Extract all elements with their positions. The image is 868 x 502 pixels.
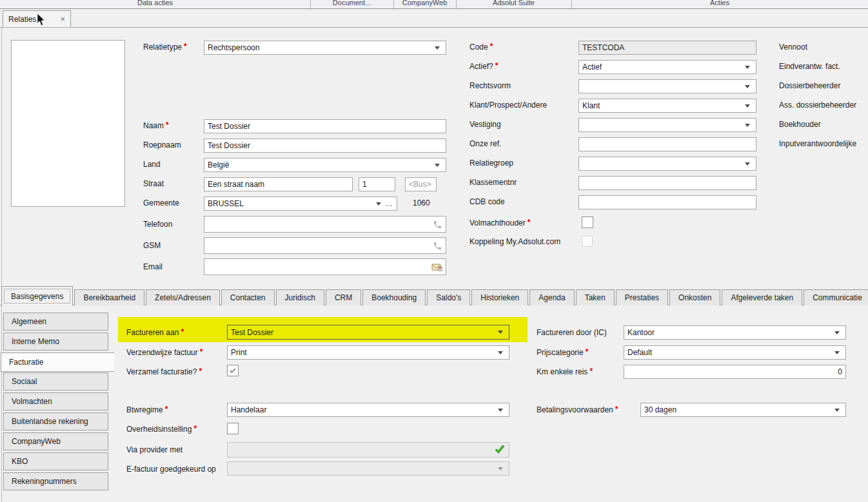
huisnummer-value: 1 (362, 180, 391, 189)
tab-afgeleverde-taken[interactable]: Afgeleverde taken (722, 289, 802, 305)
relatietype-value: Rechtspersoon (208, 43, 432, 52)
relaties-window: Data acties Document... CompanyWeb Adsol… (0, 0, 868, 502)
prijscategorie-combobox[interactable]: Default (624, 345, 846, 360)
email-input[interactable] (204, 258, 446, 275)
ribbon-separator (393, 0, 394, 8)
verzamel-facturatie-checkbox[interactable] (227, 365, 239, 376)
cdb-code-input[interactable] (578, 195, 756, 209)
code-field: TESTCODA (578, 41, 756, 55)
chevron-down-icon (742, 157, 753, 170)
tab-label: Juridisch (285, 293, 315, 302)
overheidsinstelling-checkbox[interactable] (227, 423, 239, 434)
ribbon-group-document[interactable]: Document... (310, 0, 393, 7)
km-enkele-reis-input[interactable]: 0 (624, 365, 846, 379)
sidetab-kbo[interactable]: KBO (3, 452, 108, 470)
e-factuur-label: E-factuur goedgekeurd op (126, 465, 216, 474)
tab-historieken[interactable]: Historieken (471, 289, 528, 305)
sidetab-buitenlandse-rekening[interactable]: Buitenlandse rekening (3, 412, 108, 430)
sidetab-companyweb[interactable]: CompanyWeb (3, 432, 108, 450)
tab-juridisch[interactable]: Juridisch (276, 289, 324, 305)
sidetab-sociaal[interactable]: Sociaal (3, 372, 108, 391)
btwregime-value: Handelaar (231, 405, 495, 414)
tab-label: Taken (585, 293, 606, 302)
ass-dossierbeheerder-label: Ass. dossierbeheerder (779, 101, 856, 110)
email-icon[interactable] (431, 262, 442, 271)
klant-prospect-combobox[interactable]: Klant (578, 99, 756, 113)
tab-label: Prestaties (625, 293, 659, 302)
sidetab-label: Facturatie (9, 358, 43, 367)
betalingsvoorwaarden-combobox[interactable]: 30 dagen (640, 403, 846, 417)
sidetab-label: Interne Memo (12, 337, 59, 346)
tab-taken[interactable]: Taken (576, 289, 615, 305)
klassementnr-input[interactable] (578, 176, 756, 190)
prijscategorie-label: Prijscategorie* (537, 348, 588, 357)
land-combobox[interactable]: België (204, 158, 446, 172)
onze-ref-input[interactable] (578, 137, 756, 151)
phone-icon[interactable] (433, 220, 442, 229)
tab-communicatie[interactable]: Communicatie (804, 289, 868, 305)
tab-boekhouding[interactable]: Boekhouding (362, 289, 426, 305)
rechtsvorm-combobox[interactable] (578, 79, 756, 93)
huisnummer-input[interactable]: 1 (359, 177, 395, 191)
sidetab-rekeningnummers[interactable]: Rekeningnummers (3, 472, 108, 490)
tab-agenda[interactable]: Agenda (529, 289, 574, 305)
gemeente-combobox[interactable]: BRUSSEL … (204, 197, 397, 211)
tab-label: Onkosten (678, 293, 711, 302)
chevron-down-icon (832, 346, 842, 359)
sidetab-label: Buitenlandse rekening (12, 417, 88, 426)
sidetab-interne-memo[interactable]: Interne Memo (3, 333, 108, 351)
roepnaam-input[interactable]: Test Dossier (204, 139, 446, 153)
ribbon-group-companyweb[interactable]: CompanyWeb (393, 0, 456, 7)
volmachthouder-checkbox[interactable] (582, 217, 593, 228)
ribbon-group-acties[interactable]: Acties (571, 0, 868, 7)
koppeling-label: Koppeling My.Adsolut.com (469, 237, 560, 246)
tab-crm[interactable]: CRM (326, 289, 361, 305)
sidetab-volmachten[interactable]: Volmachten (3, 392, 108, 410)
tab-saldos[interactable]: Saldo's (427, 289, 470, 305)
window-left-edge (1, 28, 2, 502)
sidetab-algemeen[interactable]: Algemeen (3, 313, 108, 331)
telefoon-input[interactable] (204, 216, 446, 233)
factureren-door-combobox[interactable]: Kantoor (624, 325, 846, 340)
klassementnr-label: Klassementnr (469, 178, 517, 187)
relatietype-combobox[interactable]: Rechtspersoon (204, 41, 446, 55)
tab-zetels-adressen[interactable]: Zetels/Adressen (146, 289, 220, 305)
tab-label: Afgeleverde taken (731, 293, 793, 302)
required-marker: * (166, 121, 169, 130)
e-factuur-combobox (227, 461, 509, 476)
photo-placeholder[interactable] (11, 40, 125, 207)
tab-basisgegevens[interactable]: Basisgegevens (1, 286, 73, 305)
vestiging-combobox[interactable] (578, 118, 756, 132)
ribbon-group-data-acties[interactable]: Data acties (0, 0, 310, 7)
tab-onkosten[interactable]: Onkosten (669, 289, 720, 305)
klant-prospect-value: Klant (582, 101, 742, 110)
sidetab-label: CompanyWeb (12, 437, 61, 446)
chevron-down-icon (832, 403, 842, 416)
cdb-code-label: CDB code (469, 197, 505, 206)
straat-input[interactable]: Een straat naam (204, 177, 353, 191)
land-value: België (208, 160, 432, 169)
tab-label: Historieken (480, 293, 519, 302)
sidetab-facturatie[interactable]: Facturatie (1, 352, 114, 372)
dossierbeheerder-label: Dossierbeheerder (779, 81, 840, 90)
phone-icon[interactable] (433, 241, 442, 251)
actief-combobox[interactable]: Actief (578, 60, 756, 74)
naam-input[interactable]: Test Dossier (204, 119, 446, 133)
gsm-input[interactable] (204, 237, 446, 254)
tab-bereikbaarheid[interactable]: Bereikbaarheid (74, 289, 144, 305)
chevron-down-icon (742, 119, 753, 131)
ribbon-group-adsolut-suite[interactable]: Adsolut Suite (456, 0, 571, 7)
straat-value: Een straat naam (208, 180, 349, 189)
required-marker: * (165, 405, 168, 414)
close-icon[interactable]: × (60, 15, 65, 23)
browse-ellipsis-icon[interactable]: … (385, 199, 393, 208)
tab-label: CRM (335, 293, 352, 302)
verzendwijze-combobox[interactable]: Print (227, 345, 509, 360)
factureren-aan-combobox[interactable]: Test Dossier (227, 325, 509, 340)
bus-input[interactable]: <Bus> (405, 177, 437, 191)
tab-prestaties[interactable]: Prestaties (616, 289, 668, 305)
tab-contacten[interactable]: Contacten (221, 289, 275, 305)
focus-rect (4, 289, 70, 304)
relatiegroep-combobox[interactable] (578, 157, 756, 171)
btwregime-combobox[interactable]: Handelaar (227, 403, 509, 417)
